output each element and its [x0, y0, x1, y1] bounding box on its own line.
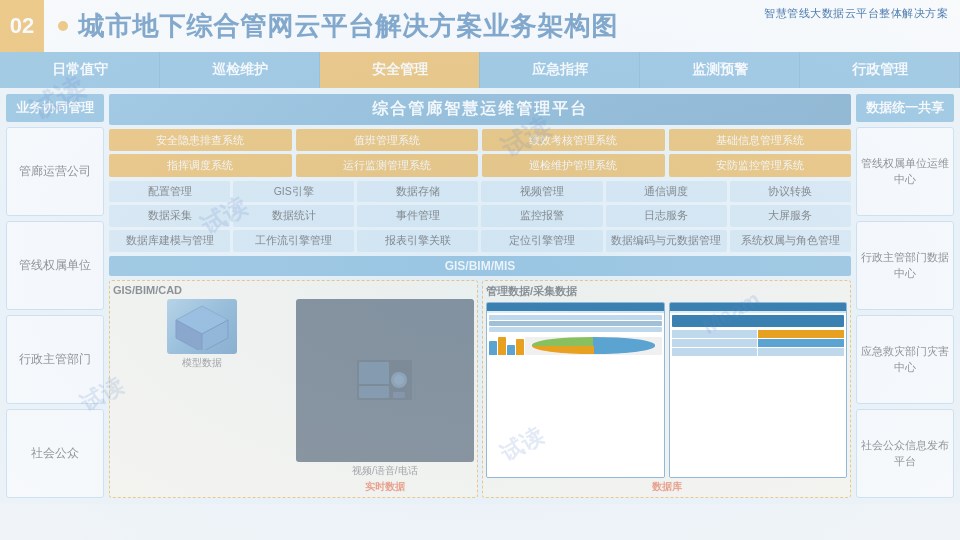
top-right-label: 智慧管线大数据云平台整体解决方案 [764, 6, 948, 21]
screenshot-2 [669, 302, 848, 478]
screenshot-1 [486, 302, 665, 478]
